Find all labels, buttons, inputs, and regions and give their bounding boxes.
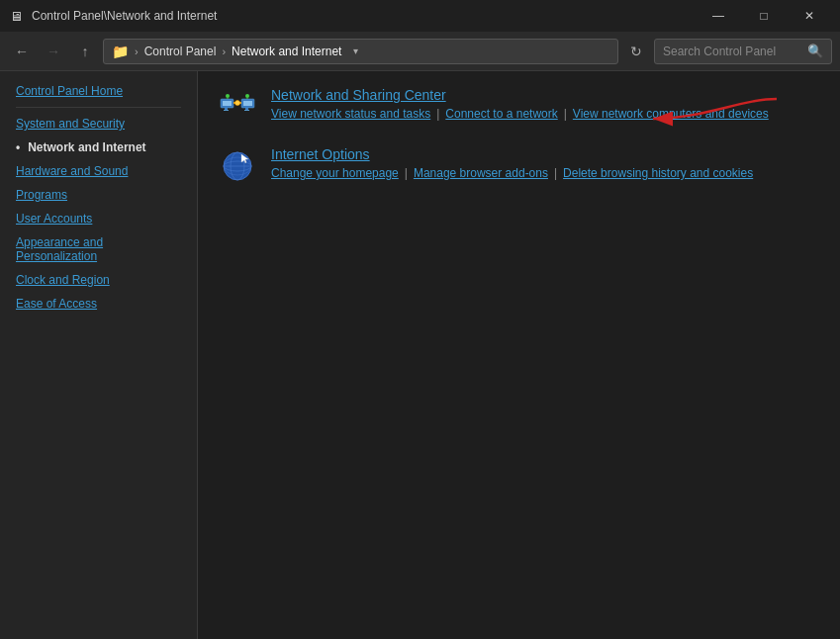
change-homepage-link[interactable]: Change your homepage: [271, 166, 399, 180]
sidebar: Control Panel Home System and Security N…: [0, 71, 198, 639]
title-bar: 🖥 Control Panel\Network and Internet — □…: [0, 0, 840, 32]
window-controls: — □ ✕: [696, 0, 832, 32]
view-network-computers-link[interactable]: View network computers and devices: [573, 107, 769, 121]
connect-to-network-link[interactable]: Connect to a network: [445, 107, 557, 121]
internet-options-links: Change your homepage | Manage browser ad…: [271, 166, 820, 180]
network-sharing-icon: [218, 87, 257, 127]
folder-icon: 📁: [112, 44, 129, 59]
svg-rect-5: [243, 101, 252, 106]
minimize-button[interactable]: —: [696, 0, 741, 32]
sidebar-item-network-internet: Network and Internet: [0, 136, 197, 159]
sidebar-divider-1: [16, 107, 181, 108]
address-path: 📁 › Control Panel › Network and Internet…: [103, 39, 618, 64]
sidebar-item-ease-of-access[interactable]: Ease of Access: [0, 292, 197, 316]
breadcrumb-control-panel[interactable]: Control Panel: [144, 45, 217, 58]
address-bar: ← → ↑ 📁 › Control Panel › Network and In…: [0, 32, 840, 71]
sidebar-item-programs[interactable]: Programs: [0, 183, 197, 207]
content-area: Network and Sharing Center View network …: [198, 71, 840, 639]
back-button[interactable]: ←: [8, 38, 36, 65]
internet-options-info: Internet Options Change your homepage | …: [271, 146, 820, 180]
network-sharing-links: View network status and tasks | Connect …: [271, 107, 820, 121]
internet-options-title[interactable]: Internet Options: [271, 146, 820, 162]
view-network-status-link[interactable]: View network status and tasks: [271, 107, 430, 121]
address-sep-2: ›: [222, 46, 226, 57]
delete-browsing-history-link[interactable]: Delete browsing history and cookies: [563, 166, 753, 180]
svg-rect-3: [224, 110, 229, 111]
app-icon: 🖥: [8, 8, 24, 24]
up-button[interactable]: ↑: [71, 38, 99, 65]
window-title: Control Panel\Network and Internet: [32, 9, 688, 23]
network-sharing-section: Network and Sharing Center View network …: [218, 87, 820, 127]
main-content: Control Panel Home System and Security N…: [0, 71, 840, 639]
refresh-button[interactable]: ↻: [622, 38, 650, 65]
sidebar-item-user-accounts[interactable]: User Accounts: [0, 207, 197, 230]
network-sharing-title[interactable]: Network and Sharing Center: [271, 87, 820, 103]
svg-rect-1: [223, 101, 232, 106]
svg-point-11: [245, 94, 249, 98]
search-icon: 🔍: [807, 44, 823, 58]
internet-options-icon: [218, 146, 257, 186]
address-sep-1: ›: [135, 46, 139, 57]
manage-browser-addons-link[interactable]: Manage browser add-ons: [414, 166, 548, 180]
breadcrumb-current[interactable]: Network and Internet: [232, 45, 341, 58]
search-box[interactable]: 🔍: [654, 39, 832, 64]
svg-rect-2: [225, 108, 228, 110]
svg-rect-7: [244, 110, 249, 111]
internet-options-section: Internet Options Change your homepage | …: [218, 146, 820, 186]
sidebar-item-hardware-sound[interactable]: Hardware and Sound: [0, 159, 197, 183]
sidebar-item-clock-region[interactable]: Clock and Region: [0, 268, 197, 292]
svg-point-10: [226, 94, 230, 98]
sidebar-item-control-panel-home[interactable]: Control Panel Home: [0, 79, 197, 103]
search-input[interactable]: [663, 45, 801, 58]
address-dropdown-button[interactable]: ▾: [345, 46, 365, 56]
svg-rect-6: [245, 108, 248, 110]
sidebar-item-system-security[interactable]: System and Security: [0, 112, 197, 136]
forward-button[interactable]: →: [40, 38, 67, 65]
maximize-button[interactable]: □: [741, 0, 787, 32]
svg-point-9: [235, 101, 240, 106]
sidebar-item-appearance-personalization[interactable]: Appearance and Personalization: [0, 230, 197, 268]
network-sharing-info: Network and Sharing Center View network …: [271, 87, 820, 121]
close-button[interactable]: ✕: [787, 0, 832, 32]
